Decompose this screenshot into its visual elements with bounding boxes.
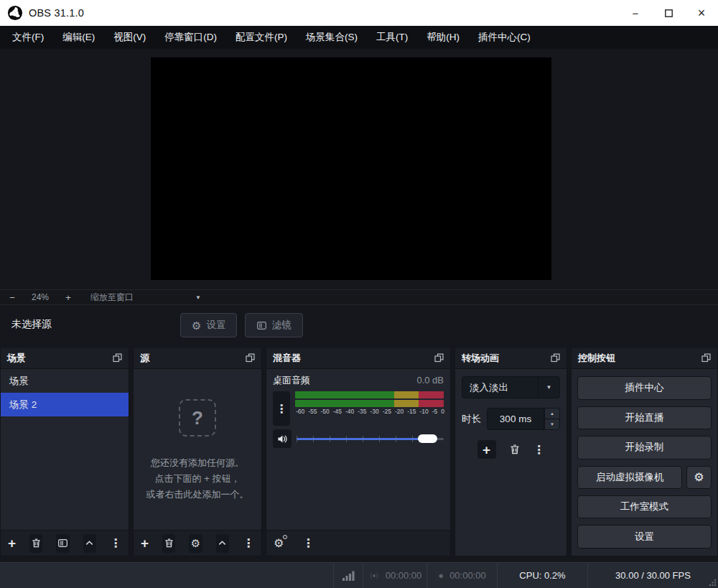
resize-grip[interactable] xyxy=(709,579,717,587)
settings-button[interactable]: 设置 xyxy=(577,525,712,549)
scale-mode-dropdown-icon[interactable]: ▼ xyxy=(195,294,201,301)
menu-scene-collection[interactable]: 场景集合(S) xyxy=(297,26,367,49)
maximize-icon xyxy=(665,9,673,17)
remove-source-button[interactable] xyxy=(162,534,175,553)
move-source-up-button[interactable] xyxy=(216,534,229,553)
scene-filters-button[interactable] xyxy=(56,534,69,553)
close-button[interactable]: × xyxy=(685,0,718,26)
source-filters-button[interactable]: 滤镜 xyxy=(245,313,303,337)
plugin-center-button[interactable]: 插件中心 xyxy=(577,376,712,400)
question-mark-icon: ? xyxy=(179,399,216,437)
virtual-camera-settings-button[interactable]: ⚙ xyxy=(686,466,712,489)
transition-menu-button[interactable]: ⋮ xyxy=(533,443,545,457)
source-properties-footer-button[interactable]: ⚙ xyxy=(189,534,202,553)
move-scene-up-button[interactable] xyxy=(83,534,96,553)
start-streaming-button[interactable]: 开始直播 xyxy=(577,406,712,430)
menu-file[interactable]: 文件(F) xyxy=(3,26,53,49)
preview-region xyxy=(0,49,718,289)
preview-canvas[interactable] xyxy=(151,57,551,280)
popout-icon[interactable] xyxy=(246,353,255,363)
sources-toolbar: + ⚙ ⋮ xyxy=(134,530,261,556)
minimize-button[interactable]: − xyxy=(619,0,652,26)
start-recording-button[interactable]: 开始录制 xyxy=(577,436,712,459)
transitions-panel-title: 转场动画 xyxy=(462,352,499,365)
speaker-icon xyxy=(277,434,288,444)
gear-icon: ⚙ xyxy=(694,470,704,484)
scene-item[interactable]: 场景 xyxy=(1,369,129,393)
trash-icon xyxy=(164,538,174,549)
zoom-out-button[interactable]: − xyxy=(0,292,24,303)
no-source-label: 未选择源 xyxy=(11,318,52,331)
popout-icon[interactable] xyxy=(434,353,444,363)
menu-docks[interactable]: 停靠窗口(D) xyxy=(155,26,226,49)
stream-timer: 00:00:00 xyxy=(363,563,426,588)
chevron-up-icon xyxy=(85,538,94,548)
statusbar: 00:00:00 ● 00:00:00 CPU: 0.2% 30.00 / 30… xyxy=(0,562,718,588)
scenes-panel: 场景 场景 场景 2 + ⋮ xyxy=(0,347,129,556)
remove-scene-button[interactable] xyxy=(29,534,42,553)
menu-view[interactable]: 视图(V) xyxy=(104,26,155,49)
scale-mode-value[interactable]: 缩放至窗口 xyxy=(90,291,134,304)
add-scene-button[interactable]: + xyxy=(8,536,16,550)
duration-input[interactable]: 300 ms xyxy=(487,408,544,430)
broadcast-icon xyxy=(368,570,380,582)
zoom-level-value: 24% xyxy=(24,292,56,302)
add-source-button[interactable]: + xyxy=(141,536,149,550)
record-dot-icon: ● xyxy=(438,571,444,580)
remove-transition-button[interactable] xyxy=(509,444,521,455)
mute-button[interactable] xyxy=(273,429,292,448)
stream-time-value: 00:00:00 xyxy=(386,570,422,581)
sources-panel: 源 ? 您还没有添加任何源。 点击下面的 + 按钮， 或者右击此处添加一个。 +… xyxy=(133,347,262,556)
studio-mode-button[interactable]: 工作室模式 xyxy=(577,495,712,519)
slider-ticks xyxy=(297,436,434,442)
trash-icon xyxy=(509,444,521,455)
titlebar: OBS 31.1.0 − × xyxy=(0,0,718,26)
popout-icon[interactable] xyxy=(701,353,711,363)
sources-empty-text-line: 或者右击此处添加一个。 xyxy=(134,487,261,503)
obs-main-window: OBS 31.1.0 − × 文件(F) 编辑(E) 视图(V) 停靠窗口(D)… xyxy=(0,0,718,588)
audio-level-db: 0.0 dB xyxy=(416,375,444,386)
trash-icon xyxy=(31,538,42,549)
controls-panel: 控制按钮 插件中心 开始直播 开始录制 启动虚拟摄像机 ⚙ 工作室模式 设置 xyxy=(571,347,718,556)
add-transition-button[interactable]: + xyxy=(477,440,496,459)
duration-label: 时长 xyxy=(462,413,481,426)
transitions-body: 淡入淡出 ▼ 时长 300 ms ▲ ▼ + ⋮ xyxy=(455,369,567,556)
sources-empty-text-line: 您还没有添加任何源。 xyxy=(134,455,261,471)
menu-plugin-center[interactable]: 插件中心(C) xyxy=(469,26,540,49)
duration-decrease-button[interactable]: ▼ xyxy=(544,419,560,430)
volume-slider[interactable] xyxy=(297,433,444,444)
controls-panel-title: 控制按钮 xyxy=(578,352,615,365)
controls-panel-header: 控制按钮 xyxy=(572,347,717,369)
audio-channel-name: 桌面音频 xyxy=(273,374,310,387)
transition-select[interactable]: 淡入淡出 ▼ xyxy=(462,376,560,398)
advanced-audio-button[interactable]: ⚙ xyxy=(274,536,284,550)
maximize-button[interactable] xyxy=(652,0,685,26)
scenes-menu-button[interactable]: ⋮ xyxy=(110,536,121,550)
volume-meter-left xyxy=(295,391,444,398)
source-properties-button[interactable]: ⚙ 设置 xyxy=(180,313,237,337)
popout-icon[interactable] xyxy=(551,353,560,363)
scenes-panel-header: 场景 xyxy=(1,347,129,369)
volume-meter-right xyxy=(295,400,444,407)
scene-item-selected[interactable]: 场景 2 xyxy=(1,393,129,416)
stream-health-indicator xyxy=(334,563,363,588)
menu-tools[interactable]: 工具(T) xyxy=(367,26,417,49)
scenes-toolbar: + ⋮ xyxy=(1,530,129,556)
menu-help[interactable]: 帮助(H) xyxy=(417,26,469,49)
duration-increase-button[interactable]: ▲ xyxy=(544,408,560,419)
mixer-channel: 桌面音频 0.0 dB ⋮ -60-55-50-45-40-35-30-25-2… xyxy=(266,369,450,530)
audio-mixer-panel: 混音器 桌面音频 0.0 dB ⋮ -60-55-50-45-40-35-30-… xyxy=(266,347,451,556)
popout-icon[interactable] xyxy=(113,353,122,363)
start-virtual-camera-button[interactable]: 启动虚拟摄像机 xyxy=(577,466,682,489)
slider-handle[interactable] xyxy=(418,434,437,443)
zoom-in-button[interactable]: + xyxy=(56,292,80,303)
mixer-menu-button[interactable]: ⋮ xyxy=(302,536,314,550)
gears-icon: ⚙ xyxy=(274,536,284,550)
mixer-panel-title: 混音器 xyxy=(273,352,301,365)
sources-menu-button[interactable]: ⋮ xyxy=(243,536,254,550)
transitions-panel-header: 转场动画 xyxy=(455,347,567,369)
channel-menu-button[interactable]: ⋮ xyxy=(273,391,290,426)
sources-empty-area[interactable]: ? 您还没有添加任何源。 点击下面的 + 按钮， 或者右击此处添加一个。 xyxy=(134,369,261,530)
menu-edit[interactable]: 编辑(E) xyxy=(53,26,104,49)
menu-profile[interactable]: 配置文件(P) xyxy=(226,26,297,49)
